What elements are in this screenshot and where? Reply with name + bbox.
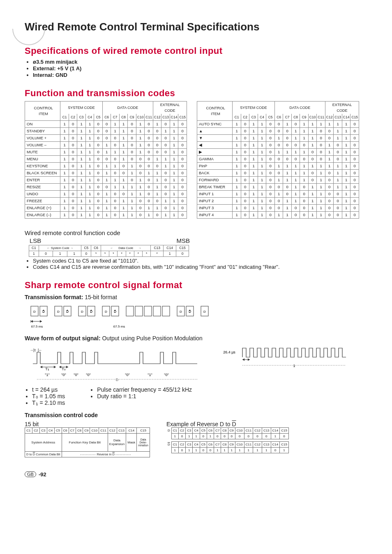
tcc-right-table: DC1C2C3C4C5C6C7C8C9C10C11C12C13C14C15101… — [166, 427, 289, 453]
svg-text:"0": "0" — [74, 373, 78, 377]
tcc-example-label: Example of Reverse D to D — [166, 421, 289, 427]
svg-marker-55 — [242, 358, 244, 361]
svg-rect-16 — [126, 306, 134, 316]
svg-text:D̄: D̄ — [66, 310, 69, 314]
tcc-left-table: C1C2C3C4C5C6C7C8C9C10C11C12C13C14C15Syst… — [25, 427, 150, 457]
msb-label: MSB — [176, 237, 190, 244]
svg-text:67.5 ms: 67.5 ms — [31, 325, 43, 328]
param: T₁ = 2.10 ms — [32, 399, 65, 406]
svg-text:D̄: D̄ — [114, 310, 116, 314]
codes-table-right: CONTROL ITEMSYSTEM CODEDATA CODEEXTERNAL… — [197, 101, 359, 219]
param: Pulse carrier frequency = 455/12 kHz — [97, 386, 192, 393]
svg-rect-18 — [144, 306, 152, 316]
svg-text:T₁: T₁ — [45, 367, 49, 371]
func-code-notes: System codes C1 to C5 are fixed at "1011… — [27, 258, 367, 270]
wave-label-bold: Wave form of output signal: — [25, 335, 101, 342]
func-code-table: C1← System Code →C5C6← Data Code →C13C14… — [29, 245, 189, 257]
svg-text:"0": "0" — [125, 373, 129, 377]
wave-label-rest: Output using Pulse Position Modulation — [102, 335, 202, 342]
svg-text:"0": "0" — [164, 373, 168, 377]
svg-marker-42 — [59, 366, 61, 368]
svg-text:T₀: T₀ — [62, 367, 66, 371]
svg-text:D̄: D̄ — [42, 310, 45, 314]
svg-rect-19 — [153, 306, 161, 316]
trans-fmt-label: Transmission format: — [25, 294, 83, 300]
svg-marker-38 — [40, 366, 42, 368]
svg-marker-30 — [40, 320, 42, 323]
svg-text:"1": "1" — [45, 373, 49, 377]
svg-text:"0": "0" — [86, 373, 90, 377]
svg-text:|←: |← — [38, 348, 42, 352]
param: t = 264 µs — [32, 386, 65, 393]
func-code-heading: Wired remote control function code — [25, 229, 367, 236]
param: Duty ratio = 1:1 — [97, 393, 192, 399]
svg-text:D: D — [180, 310, 182, 314]
svg-text:D: D — [81, 310, 83, 314]
tcc-15bit: 15 bit — [25, 421, 150, 427]
svg-text:"0": "0" — [61, 373, 66, 377]
signal-format-title: Sharp remote control signal format — [25, 280, 367, 291]
svg-rect-20 — [162, 306, 170, 316]
svg-text:67.5 ms: 67.5 ms — [113, 325, 125, 328]
svg-marker-56 — [248, 358, 250, 361]
svg-text:D: D — [105, 310, 107, 314]
page-title: Wired Remote Control Terminal Specificat… — [25, 21, 367, 33]
gb-badge: GB — [25, 471, 36, 477]
section-codes-title: Function and transmission codes — [25, 88, 367, 99]
spec-bullet: ø3.5 mm minijack — [33, 59, 367, 65]
svg-text:D̄: D̄ — [90, 310, 92, 314]
svg-text:"1": "1" — [148, 373, 152, 377]
svg-text:D: D — [33, 310, 36, 314]
timing-params: t = 264 µs T₀ = 1.05 ms T₁ = 2.10 ms Pul… — [25, 386, 367, 406]
waveform-diagram: →|t|←T₁T₀"1""0""0""0""0""1""0"D 26.4 µs1 — [25, 343, 367, 382]
svg-text:1: 1 — [293, 364, 295, 368]
decorative-arc — [5, 5, 52, 52]
svg-marker-29 — [31, 320, 33, 323]
page-footer: GB -92 — [25, 471, 367, 478]
section-spec-title: Specifications of wired remote control i… — [25, 46, 367, 56]
svg-text:D: D — [203, 310, 206, 314]
svg-text:t: t — [35, 348, 36, 352]
svg-text:D̄: D̄ — [189, 310, 191, 314]
note: Codes C14 and C15 are reverse confirmati… — [33, 264, 367, 270]
svg-marker-39 — [54, 366, 56, 368]
svg-text:D: D — [116, 378, 119, 382]
trans-fmt-value: 15-bit format — [85, 294, 117, 300]
svg-text:→|: →| — [30, 348, 34, 352]
codes-table-left: CONTROL ITEMSYSTEM CODEDATA CODEEXTERNAL… — [25, 101, 187, 219]
lsb-label: LSB — [30, 237, 41, 244]
transmission-format-diagram: DD̄DD̄DD̄DD̄DD̄D67.5 ms67.5 ms — [25, 302, 367, 331]
spec-bullets: ø3.5 mm minijack External: +5 V (1 A) In… — [27, 59, 367, 78]
svg-rect-17 — [135, 306, 143, 316]
tcc-heading: Transmission control code — [25, 412, 367, 418]
param: T₀ = 1.05 ms — [32, 393, 65, 399]
svg-marker-43 — [66, 366, 68, 368]
note: System codes C1 to C5 are fixed at "1011… — [33, 258, 367, 264]
spec-bullet: Internal: GND — [33, 72, 367, 78]
svg-text:D: D — [57, 310, 60, 314]
page-number: -92 — [39, 471, 46, 478]
spec-bullet: External: +5 V (1 A) — [33, 65, 367, 72]
svg-text:26.4 µs: 26.4 µs — [223, 350, 235, 354]
